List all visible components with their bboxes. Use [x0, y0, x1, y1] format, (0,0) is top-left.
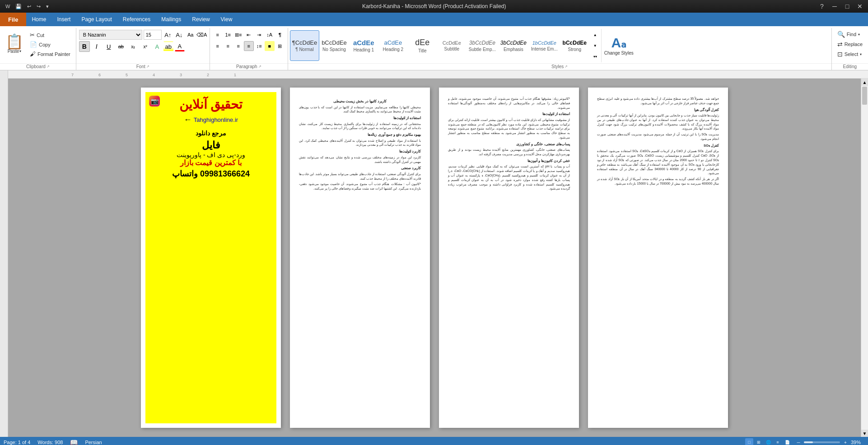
clear-format-button[interactable]: ⌫A	[197, 30, 207, 40]
draft-btn[interactable]: 📄	[783, 438, 791, 445]
font-case-button[interactable]: Aa	[186, 30, 196, 40]
align-center-button[interactable]: ≡	[223, 41, 233, 51]
italic-button[interactable]: I	[91, 41, 102, 52]
subscript-button[interactable]: x₂	[128, 41, 139, 52]
style-subtitle-label: Subtitle	[444, 46, 459, 51]
find-button[interactable]: 🔍 Find ▾	[835, 30, 865, 39]
change-styles-button[interactable]: Aₐ Change Styles	[601, 29, 636, 62]
mailings-menu[interactable]: Mailings	[156, 13, 187, 26]
style-heading2[interactable]: aCdEe Heading 2	[378, 30, 408, 61]
styles-more[interactable]: ▾▾	[590, 51, 600, 61]
insert-menu[interactable]: Insert	[51, 13, 76, 26]
clipboard-expand-icon: ↗	[47, 65, 50, 69]
text-highlight-button[interactable]: ab	[163, 42, 173, 51]
superscript-button[interactable]: x²	[140, 41, 151, 52]
sort-button[interactable]: ↕A	[265, 30, 275, 40]
font-color-button[interactable]: A	[175, 42, 185, 51]
line-spacing-button[interactable]: ↕≡	[254, 41, 264, 51]
clipboard-footer[interactable]: Clipboard ↗	[0, 63, 76, 70]
align-right-button[interactable]: ≡	[233, 41, 243, 51]
style-subtitle-preview: CcDdEe	[443, 40, 461, 46]
page-layout-menu[interactable]: Page Layout	[76, 13, 117, 26]
zoom-in-button[interactable]: +	[842, 439, 849, 445]
font-shrink-button[interactable]: A↓	[174, 30, 184, 40]
page-2-title: کاربرد کاتیها در بخش زیست محیطی	[299, 99, 421, 104]
minimize-btn[interactable]: ─	[830, 2, 839, 11]
cut-button[interactable]: ✂ Cut	[27, 31, 73, 39]
align-left-button[interactable]: ≡	[213, 41, 223, 51]
justify-button[interactable]: ≡	[244, 41, 254, 51]
review-menu[interactable]: Review	[187, 13, 215, 26]
borders-button[interactable]: ⊞	[275, 41, 285, 51]
page-4-section2: کنترل SO₂	[597, 144, 719, 148]
page-3: *کاتیونتر زیاد: مشوقها هنگام جذب آب متنو…	[439, 88, 579, 428]
outline-btn[interactable]: ≡	[774, 438, 782, 445]
select-button[interactable]: ⊡ Select ▾	[835, 50, 865, 59]
shading-button[interactable]: ■	[265, 41, 275, 51]
customize-btn[interactable]: ▾	[44, 3, 51, 10]
multilevel-button[interactable]: ⊞≡	[233, 30, 243, 40]
styles-footer[interactable]: Styles ↗	[288, 63, 831, 70]
page-3-section2: پساب‌های صنعتی، خانگی و کشاورزی	[448, 142, 570, 147]
help-btn[interactable]: ?	[817, 2, 826, 11]
vertical-scrollbar[interactable]: ▲ ▼	[861, 79, 868, 437]
font-grow-button[interactable]: A↑	[163, 30, 173, 40]
zoom-slider[interactable]	[804, 441, 840, 443]
style-strong[interactable]: bCcDdEe Strong	[560, 30, 589, 61]
replace-button[interactable]: ⇄ Replace	[835, 40, 865, 49]
close-btn[interactable]: ✕	[855, 2, 864, 11]
style-subtle-emp[interactable]: 3bCcDdEe Subtle Emp...	[467, 30, 498, 61]
copy-button[interactable]: 📄 Copy	[27, 40, 73, 49]
full-screen-btn[interactable]: ⊞	[755, 438, 763, 445]
page-1: 📷 تحقیق آنلاین ← Tahghighonline.ir مرجع …	[141, 88, 281, 428]
style-normal[interactable]: ¶CcDdEe ¶ Normal	[290, 30, 319, 61]
maximize-btn[interactable]: □	[843, 2, 852, 11]
bold-button[interactable]: B	[79, 41, 90, 52]
styles-scroll-down[interactable]: ▼	[590, 41, 600, 51]
strikethrough-button[interactable]: ab	[116, 41, 126, 52]
format-painter-button[interactable]: 🖌 Format Painter	[27, 50, 73, 58]
redo-btn[interactable]: ↪	[35, 3, 42, 10]
status-left: Page: 1 of 4 Words: 908 📖 Persian	[4, 439, 102, 445]
text-effects-button[interactable]: A	[152, 42, 162, 51]
home-menu[interactable]: Home	[26, 13, 51, 26]
page-4-para3: مدیریت SO₂ را با این ترتیب آن از جمله مر…	[597, 132, 719, 141]
style-no-spacing[interactable]: bCcDdEe No Spacing	[319, 30, 349, 61]
page-3-para2: از مشوقیت مشابهاتی که دارای قابلیت جذب آ…	[448, 118, 570, 140]
scroll-up-button[interactable]: ▲	[861, 79, 868, 86]
bullets-button[interactable]: ≡	[213, 30, 223, 40]
increase-indent-button[interactable]: ⇥	[254, 30, 264, 40]
font-name-select[interactable]: B Nazanin	[79, 30, 142, 40]
style-emphasis[interactable]: 3bCcDdEe Emphasis	[498, 30, 529, 61]
style-subtitle[interactable]: CcDdEe Subtitle	[437, 30, 467, 61]
page-2-para4: کاربرد این مواد در زمینه‌های مختلف بررسی…	[299, 155, 421, 164]
web-layout-btn[interactable]: 🌐	[764, 438, 772, 445]
style-title[interactable]: dEe Title	[408, 30, 437, 61]
page-2-para2: محققانی که در زمینه استفاده از زئولیت‌ها…	[299, 122, 421, 131]
paragraph-content: ≡ 1≡ ⊞≡ ⇤ ⇥ ↕A ¶ ≡ ≡ ≡ ≡ ↕≡ ■ ⊞	[210, 28, 288, 63]
decrease-indent-button[interactable]: ⇤	[244, 30, 254, 40]
zoom-out-button[interactable]: ─	[795, 439, 802, 445]
styles-scroll-up[interactable]: ▲	[590, 30, 600, 40]
svg-text:3: 3	[180, 73, 182, 77]
style-intense-em[interactable]: 1bCcDdEe Intense Em...	[529, 30, 560, 61]
paste-button[interactable]: 📋 Paste ▾	[3, 33, 26, 55]
poster-inner: 📷 تحقیق آنلاین ← Tahghighonline.ir مرجع …	[145, 92, 276, 423]
scroll-down-button[interactable]: ▼	[861, 430, 868, 437]
numbering-button[interactable]: 1≡	[223, 30, 233, 40]
spell-check-icon[interactable]: 📖	[70, 439, 78, 445]
font-size-input[interactable]	[144, 30, 162, 40]
undo-btn[interactable]: ↩	[25, 3, 33, 10]
svg-text:2: 2	[207, 73, 209, 77]
font-footer[interactable]: Font ↗	[76, 63, 210, 70]
save-btn[interactable]: 💾	[14, 3, 23, 10]
view-menu[interactable]: View	[215, 13, 238, 26]
show-hide-button[interactable]: ¶	[275, 30, 285, 40]
file-menu[interactable]: File	[0, 13, 26, 26]
print-layout-btn[interactable]: □	[745, 438, 753, 445]
underline-button[interactable]: U	[103, 41, 114, 52]
paragraph-footer[interactable]: Paragraph ↗	[210, 63, 288, 70]
style-heading1[interactable]: aCdEe Heading 1	[349, 30, 378, 61]
references-menu[interactable]: References	[117, 13, 156, 26]
scroll-thumb[interactable]	[862, 87, 867, 105]
